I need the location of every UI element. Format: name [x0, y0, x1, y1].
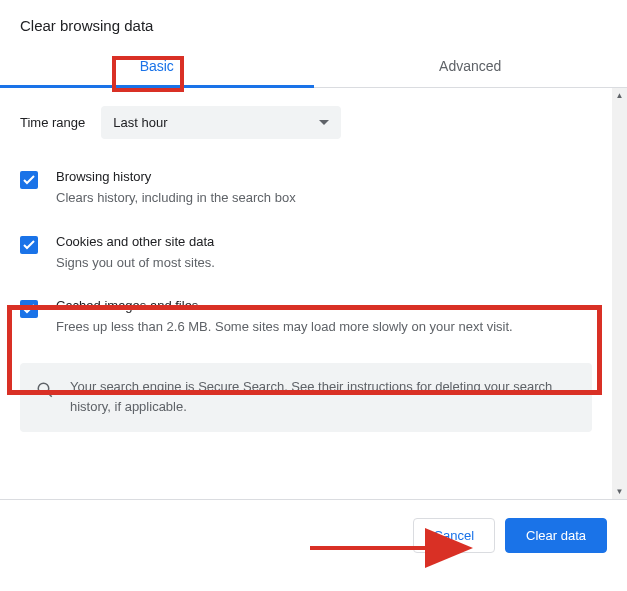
tab-basic[interactable]: Basic: [0, 44, 314, 87]
time-range-label: Time range: [20, 115, 85, 130]
cookies-label: Cookies and other site data: [56, 234, 215, 249]
tab-bar: Basic Advanced: [0, 44, 627, 88]
dialog-title: Clear browsing data: [0, 0, 627, 44]
content-area: Time range Last hour Browsing history Cl…: [0, 88, 612, 432]
svg-point-0: [38, 383, 49, 394]
cancel-button-label: Cancel: [434, 528, 474, 543]
tab-basic-label: Basic: [140, 58, 174, 74]
notice-text: Your search engine is Secure Search. See…: [70, 377, 576, 419]
dialog-footer: Cancel Clear data: [0, 500, 627, 553]
chevron-down-icon: [319, 120, 329, 125]
checkbox-cookies[interactable]: [20, 236, 38, 254]
time-range-select[interactable]: Last hour: [101, 106, 341, 139]
scroll-down-icon[interactable]: ▼: [612, 484, 627, 499]
scroll-container: Time range Last hour Browsing history Cl…: [0, 88, 627, 500]
browsing-history-label: Browsing history: [56, 169, 296, 184]
scroll-up-icon[interactable]: ▲: [612, 88, 627, 103]
clear-data-button[interactable]: Clear data: [505, 518, 607, 553]
time-range-row: Time range Last hour: [20, 106, 592, 139]
svg-line-1: [47, 392, 52, 397]
tab-advanced[interactable]: Advanced: [314, 44, 628, 87]
cancel-button[interactable]: Cancel: [413, 518, 495, 553]
search-icon: [36, 381, 54, 402]
search-engine-notice: Your search engine is Secure Search. See…: [20, 363, 592, 433]
checkbox-cached[interactable]: [20, 300, 38, 318]
checkbox-row-cached[interactable]: Cached images and files Frees up less th…: [20, 298, 592, 337]
cached-desc: Frees up less than 2.6 MB. Some sites ma…: [56, 317, 513, 337]
browsing-history-desc: Clears history, including in the search …: [56, 188, 296, 208]
cookies-desc: Signs you out of most sites.: [56, 253, 215, 273]
check-icon: [23, 175, 35, 185]
checkbox-browsing-history[interactable]: [20, 171, 38, 189]
checkbox-row-cookies[interactable]: Cookies and other site data Signs you ou…: [20, 234, 592, 273]
time-range-value: Last hour: [113, 115, 167, 130]
scrollbar[interactable]: ▲ ▼: [612, 88, 627, 499]
tab-advanced-label: Advanced: [439, 58, 501, 74]
checkbox-text-cached: Cached images and files Frees up less th…: [56, 298, 513, 337]
clear-data-button-label: Clear data: [526, 528, 586, 543]
checkbox-row-browsing-history[interactable]: Browsing history Clears history, includi…: [20, 169, 592, 208]
check-icon: [23, 240, 35, 250]
cached-label: Cached images and files: [56, 298, 513, 313]
checkbox-text-cookies: Cookies and other site data Signs you ou…: [56, 234, 215, 273]
check-icon: [23, 304, 35, 314]
checkbox-text-browsing: Browsing history Clears history, includi…: [56, 169, 296, 208]
